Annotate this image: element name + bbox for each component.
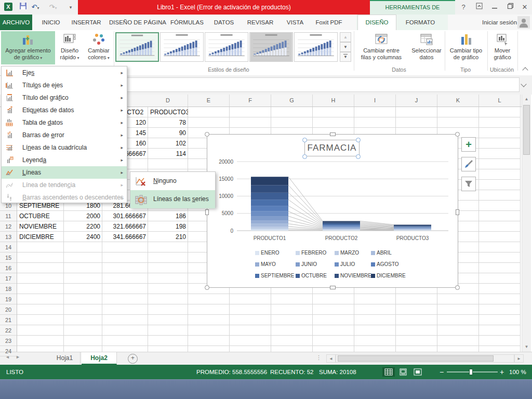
sheet-tab-hoja2[interactable]: Hoja2 bbox=[82, 352, 117, 365]
menu-item-l-neas-de-la-cuadr-cula[interactable]: Líneas de la cuadrícula▸ bbox=[2, 141, 127, 154]
qat-customize-button[interactable]: ▾ bbox=[65, 2, 76, 12]
gallery-more-button[interactable]: ▼ bbox=[340, 52, 351, 62]
menu-item-leyenda[interactable]: Leyenda▸ bbox=[2, 154, 127, 166]
close-button[interactable]: ✕ bbox=[517, 0, 532, 15]
zoom-level[interactable]: 100 % bbox=[509, 365, 526, 379]
tab-foxit-pdf[interactable]: Foxit PDF bbox=[313, 15, 345, 30]
cell-D13[interactable]: 210 bbox=[148, 232, 188, 242]
move-chart-button[interactable]: Mover gráfico bbox=[488, 31, 516, 64]
row-header-17[interactable]: 17 bbox=[0, 273, 17, 284]
horizontal-scroll-thumb[interactable] bbox=[338, 355, 494, 362]
select-data-button[interactable]: Seleccionar datos bbox=[409, 31, 444, 64]
new-sheet-button[interactable]: + bbox=[128, 354, 138, 364]
cell-A13[interactable]: DICIEMBRE bbox=[17, 232, 64, 242]
sign-in-button[interactable]: Iniciar sesión bbox=[482, 15, 517, 30]
zoom-out-button[interactable]: − bbox=[440, 365, 444, 379]
gallery-scroll-down-button[interactable]: ▼ bbox=[340, 42, 351, 52]
zoom-in-button[interactable]: + bbox=[500, 365, 504, 379]
chart-title[interactable]: FARMACIA bbox=[304, 140, 360, 156]
legend-item-marzo[interactable]: MARZO bbox=[335, 250, 359, 256]
legend-item-agosto[interactable]: AGOSTO bbox=[371, 261, 399, 268]
row-header-15[interactable]: 15 bbox=[0, 252, 17, 263]
chart-elements-button[interactable]: + bbox=[461, 137, 476, 152]
hscroll-right-button[interactable]: ► bbox=[514, 354, 524, 363]
row-header-21[interactable]: 21 bbox=[0, 315, 17, 325]
collapse-ribbon-button[interactable] bbox=[522, 66, 529, 73]
formula-bar-expand-button[interactable] bbox=[522, 82, 527, 87]
page-break-view-button[interactable] bbox=[411, 367, 424, 377]
save-icon[interactable] bbox=[18, 2, 28, 12]
restore-button[interactable] bbox=[503, 0, 517, 15]
cell-D12[interactable]: 198 bbox=[148, 221, 188, 232]
cell-A11[interactable]: OCTUBRE bbox=[17, 211, 64, 221]
column-header-L[interactable]: L bbox=[479, 95, 521, 107]
chart-style-thumbnail-4[interactable] bbox=[249, 32, 293, 62]
row-header-18[interactable]: 18 bbox=[0, 284, 17, 294]
scroll-up-button[interactable]: ▲ bbox=[522, 95, 531, 103]
add-chart-element-button[interactable]: Agregar elemento de gráfico ▾ bbox=[1, 31, 55, 64]
chart-style-thumbnail-5[interactable] bbox=[294, 32, 338, 62]
ribbon-display-options-button[interactable] bbox=[472, 0, 486, 15]
sheet-tab-hoja1[interactable]: Hoja1 bbox=[49, 352, 81, 365]
cell-D2[interactable]: 78 bbox=[148, 117, 188, 128]
legend-item-julio[interactable]: JULIO bbox=[335, 261, 355, 268]
column-header-D[interactable]: D bbox=[148, 95, 188, 107]
zoom-slider-thumb[interactable] bbox=[469, 369, 473, 375]
tab-splitter-handle[interactable]: ⋮ bbox=[316, 354, 322, 361]
cell-D3[interactable]: 90 bbox=[148, 128, 188, 138]
tab-formato[interactable]: FORMATO bbox=[400, 15, 441, 30]
row-header-14[interactable]: 14 bbox=[0, 242, 17, 252]
tab-datos[interactable]: DATOS bbox=[211, 15, 237, 30]
menu-item-ejes[interactable]: Ejes▸ bbox=[2, 66, 127, 79]
chart-resize-handle[interactable] bbox=[330, 286, 336, 289]
column-header-F[interactable]: F bbox=[230, 95, 271, 107]
column-header-H[interactable]: H bbox=[313, 95, 354, 107]
redo-button[interactable]: ↷▾ bbox=[48, 2, 58, 12]
row-header-20[interactable]: 20 bbox=[0, 304, 17, 315]
menu-item-t-tulos-de-ejes[interactable]: Títulos de ejes▸ bbox=[2, 79, 127, 91]
menu-item-l-neas[interactable]: Líneas▸ bbox=[2, 166, 127, 179]
avatar[interactable] bbox=[517, 16, 530, 29]
cell-D1[interactable]: PRODUCTO3 bbox=[148, 107, 188, 117]
legend-item-noviembre[interactable]: NOVIEMBRE bbox=[335, 273, 371, 279]
chart-resize-handle[interactable] bbox=[205, 132, 209, 137]
cell-C12[interactable]: 321.666667 bbox=[102, 221, 148, 232]
column-header-E[interactable]: E bbox=[188, 95, 230, 107]
chart-area[interactable]: 05000100001500020000PRODUCTO1PRODUCTO2PR… bbox=[207, 134, 458, 288]
legend-item-febrero[interactable]: FEBRERO bbox=[296, 250, 326, 256]
title-handle[interactable] bbox=[356, 154, 361, 159]
menu-item-barras-de-error[interactable]: Barras de error▸ bbox=[2, 129, 127, 141]
change-colors-button[interactable]: Cambiar colores ▾ bbox=[84, 31, 113, 64]
tab-revisar[interactable]: REVISAR bbox=[243, 15, 277, 30]
legend-item-septiembre[interactable]: SEPTIEMBRE bbox=[255, 273, 294, 279]
row-header-16[interactable]: 16 bbox=[0, 263, 17, 273]
chart-resize-handle[interactable] bbox=[205, 209, 209, 215]
cell-C13[interactable]: 341.666667 bbox=[102, 232, 148, 242]
cell-D5[interactable]: 114 bbox=[148, 149, 188, 159]
switch-row-column-button[interactable]: Cambiar entre filas y columnas bbox=[355, 31, 407, 64]
chart-style-thumbnail-2[interactable] bbox=[160, 32, 204, 62]
normal-view-button[interactable] bbox=[382, 367, 395, 377]
menu-item-tabla-de-datos[interactable]: Tabla de datos▸ bbox=[2, 116, 127, 129]
change-chart-type-button[interactable]: Cambiar tipo de gráfico bbox=[446, 31, 486, 64]
cell-B11[interactable]: 2000 bbox=[64, 211, 102, 221]
column-header-J[interactable]: J bbox=[396, 95, 437, 107]
cell-C11[interactable]: 301.666667 bbox=[102, 211, 148, 221]
row-header-19[interactable]: 19 bbox=[0, 294, 17, 304]
scroll-down-button[interactable]: ▼ bbox=[522, 343, 531, 351]
row-header-23[interactable]: 23 bbox=[0, 336, 17, 346]
legend-item-mayo[interactable]: MAYO bbox=[255, 261, 276, 268]
chart-resize-handle[interactable] bbox=[330, 132, 336, 136]
legend-item-enero[interactable]: ENERO bbox=[255, 250, 280, 256]
row-header-22[interactable]: 22 bbox=[0, 325, 17, 336]
quick-layout-button[interactable]: Diseño rápido ▾ bbox=[56, 31, 83, 64]
submenu-item-l-neas-de-las-series[interactable]: Líneas de las series bbox=[130, 190, 215, 208]
chart-styles-button[interactable] bbox=[461, 157, 476, 171]
chart-style-thumbnail-3[interactable] bbox=[205, 32, 248, 62]
vertical-scroll-thumb[interactable] bbox=[523, 105, 530, 155]
menu-item-t-tulo-del-gr-fico[interactable]: Título del gráfico▸ bbox=[2, 91, 127, 104]
vertical-scrollbar[interactable]: ▲ ▼ bbox=[522, 95, 531, 352]
row-header-11[interactable]: 11 bbox=[0, 211, 17, 221]
row-header-12[interactable]: 12 bbox=[0, 221, 17, 232]
chart-filters-button[interactable] bbox=[461, 177, 476, 191]
